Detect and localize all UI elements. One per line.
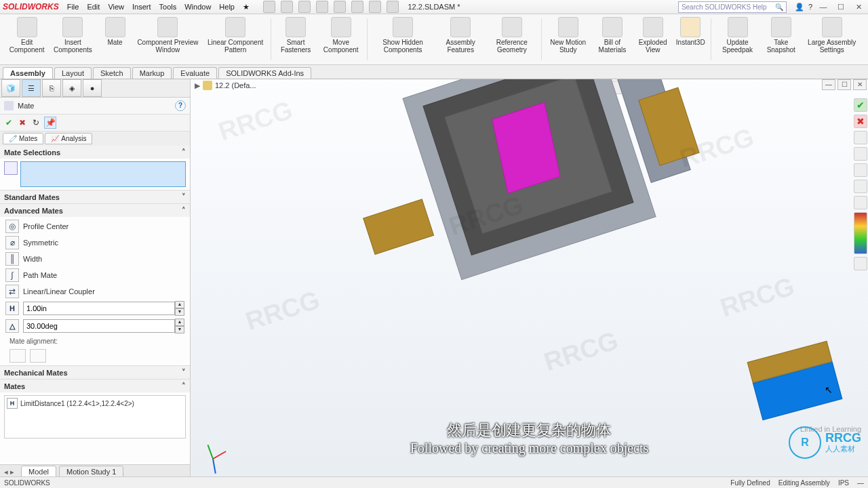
- section-mechanical-mates[interactable]: Mechanical Mates˅: [0, 366, 190, 379]
- tab-markup[interactable]: Markup: [132, 67, 172, 79]
- property-manager-tab-icon[interactable]: ☰: [22, 79, 41, 97]
- cancel-button[interactable]: ✖: [17, 117, 28, 128]
- hud-render-icon[interactable]: [626, 81, 639, 94]
- hud-scene-icon[interactable]: [592, 81, 606, 94]
- appearance-tab-icon[interactable]: ●: [83, 79, 102, 97]
- qat-options-icon[interactable]: [387, 1, 399, 13]
- spin-down-icon[interactable]: ▼: [175, 326, 184, 333]
- ribbon-show-hidden[interactable]: Show Hidden Components: [370, 16, 436, 63]
- ribbon-motion-study[interactable]: New Motion Study: [545, 16, 592, 63]
- section-standard-mates[interactable]: Standard Mates˅: [0, 190, 190, 203]
- minimize-button[interactable]: —: [816, 2, 830, 12]
- search-icon[interactable]: 🔍: [775, 3, 783, 11]
- tab-nav-arrows[interactable]: ◂ ▸: [0, 468, 18, 476]
- taskpane-home-icon[interactable]: [854, 131, 867, 144]
- section-advanced-mates[interactable]: Advanced Mates˄: [0, 204, 190, 217]
- align-same-button[interactable]: [9, 349, 26, 363]
- menu-star-icon[interactable]: ★: [243, 3, 250, 12]
- taskpane-view-icon[interactable]: [854, 196, 867, 209]
- panel-help-icon[interactable]: ?: [175, 100, 186, 111]
- coordinate-triad[interactable]: [199, 432, 226, 459]
- subtab-mates[interactable]: 🧷Mates: [3, 133, 43, 144]
- menu-view[interactable]: View: [108, 3, 124, 12]
- hud-section-icon[interactable]: [507, 81, 521, 94]
- qat-rebuild-icon[interactable]: [369, 1, 381, 13]
- ribbon-move-component[interactable]: Move Component: [318, 16, 364, 63]
- close-button[interactable]: ✕: [852, 2, 865, 12]
- search-help-input[interactable]: Search SOLIDWORKS Help 🔍: [678, 1, 787, 13]
- ribbon-exploded-view[interactable]: Exploded View: [633, 16, 673, 63]
- menu-help[interactable]: Help: [219, 3, 235, 12]
- spin-up-icon[interactable]: ▲: [175, 301, 184, 308]
- taskpane-resources-icon[interactable]: [854, 147, 867, 161]
- ribbon-assembly-features[interactable]: Assembly Features: [436, 16, 486, 63]
- spin-up-icon[interactable]: ▲: [175, 319, 184, 326]
- qat-undo-icon[interactable]: [334, 1, 346, 13]
- ribbon-mate[interactable]: Mate: [98, 16, 133, 63]
- hud-viewsettings-icon[interactable]: [609, 81, 623, 94]
- mate-profile-center[interactable]: ◎Profile Center: [3, 218, 187, 235]
- ribbon-snapshot[interactable]: Take Snapshot: [761, 16, 801, 63]
- angle-input[interactable]: [23, 319, 175, 333]
- entities-icon[interactable]: [4, 161, 18, 175]
- ribbon-large-assembly[interactable]: Large Assembly Settings: [801, 16, 863, 63]
- viewport-min-button[interactable]: —: [822, 79, 835, 90]
- hud-appearance-icon[interactable]: [575, 81, 589, 94]
- taskpane-custom-icon[interactable]: [854, 257, 867, 270]
- section-mates-list[interactable]: Mates˄: [0, 380, 190, 392]
- ribbon-smart-fasteners[interactable]: Smart Fasteners: [274, 16, 318, 63]
- menu-insert[interactable]: Insert: [132, 3, 151, 12]
- viewport-max-button[interactable]: ☐: [837, 79, 851, 90]
- menu-window[interactable]: Window: [184, 3, 211, 12]
- hud-hideshow-icon[interactable]: [558, 81, 572, 94]
- confirm-corner-cancel[interactable]: ✖: [854, 115, 867, 128]
- align-opposite-button[interactable]: [30, 349, 46, 363]
- preview-button[interactable]: ↻: [31, 117, 41, 128]
- display-tab-icon[interactable]: ◈: [62, 79, 81, 97]
- section-mate-selections[interactable]: Mate Selections˄: [0, 146, 190, 159]
- list-item[interactable]: HLimitDistance1 (12.2.4<1>,12.2.4<2>): [7, 398, 183, 409]
- menu-file[interactable]: File: [67, 3, 79, 12]
- graphics-viewport[interactable]: ▶ 12.2 (Defa... — ☐ ✕: [191, 79, 868, 476]
- maximize-button[interactable]: ☐: [834, 2, 848, 12]
- ribbon-edit-component[interactable]: Edit Component: [5, 16, 48, 63]
- config-tab-icon[interactable]: ⎘: [42, 79, 61, 97]
- mate-width[interactable]: ║Width: [3, 251, 187, 267]
- ribbon-instant3d[interactable]: Instant3D: [673, 16, 708, 63]
- tab-evaluate[interactable]: Evaluate: [173, 67, 217, 79]
- distance-input[interactable]: [23, 302, 175, 315]
- ribbon-insert-components[interactable]: Insert Components: [48, 16, 97, 63]
- hud-displaystyle-icon[interactable]: [541, 81, 555, 94]
- hud-zoomfit-icon[interactable]: [456, 81, 470, 94]
- qat-print-icon[interactable]: [316, 1, 328, 13]
- hud-vieworient-icon[interactable]: [524, 81, 538, 94]
- mate-linear-coupler[interactable]: ⇄Linear/Linear Coupler: [3, 283, 187, 300]
- tab-addins[interactable]: SOLIDWORKS Add-Ins: [218, 67, 311, 79]
- user-icon[interactable]: 👤: [795, 3, 804, 12]
- mate-path[interactable]: ∫Path Mate: [3, 267, 187, 283]
- ribbon-bom[interactable]: Bill of Materials: [592, 16, 633, 63]
- ribbon-reference-geometry[interactable]: Reference Geometry: [486, 16, 538, 63]
- confirm-corner-ok[interactable]: ✔: [854, 98, 867, 112]
- qat-new-icon[interactable]: [263, 1, 275, 13]
- ribbon-component-preview[interactable]: Component Preview Window: [133, 16, 203, 63]
- feature-tree-tab-icon[interactable]: 🧊: [1, 79, 20, 97]
- ok-button[interactable]: ✔: [3, 117, 14, 128]
- breadcrumb[interactable]: ▶ 12.2 (Defa...: [195, 81, 256, 90]
- taskpane-appearance-icon[interactable]: [854, 212, 867, 254]
- pushpin-button[interactable]: 📌: [44, 117, 56, 129]
- menu-tools[interactable]: Tools: [159, 3, 177, 12]
- tab-sketch[interactable]: Sketch: [93, 67, 131, 79]
- help-icon[interactable]: ?: [808, 3, 812, 11]
- hud-zoomarea-icon[interactable]: [473, 81, 487, 94]
- hud-prevview-icon[interactable]: [490, 81, 504, 94]
- spin-down-icon[interactable]: ▼: [175, 308, 184, 316]
- tab-layout[interactable]: Layout: [54, 67, 92, 79]
- ribbon-linear-pattern[interactable]: Linear Component Pattern: [203, 16, 268, 63]
- taskpane-explorer-icon[interactable]: [854, 180, 867, 193]
- qat-save-icon[interactable]: [298, 1, 311, 13]
- mate-symmetric[interactable]: ⌀Symmetric: [3, 235, 187, 251]
- ribbon-update-speedpak[interactable]: Update Speedpak: [714, 16, 761, 63]
- tab-assembly[interactable]: Assembly: [3, 67, 53, 79]
- mates-list[interactable]: HLimitDistance1 (12.2.4<1>,12.2.4<2>): [4, 395, 186, 439]
